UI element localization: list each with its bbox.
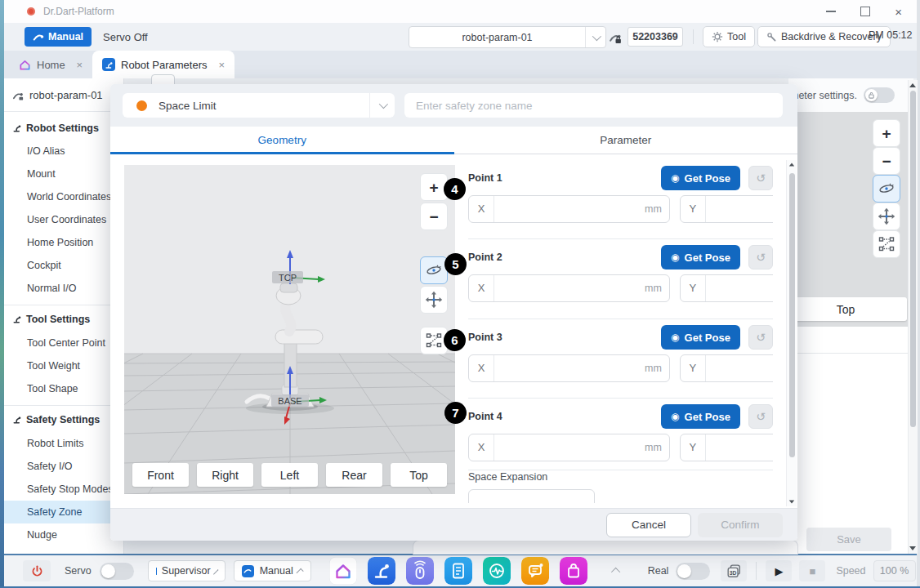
sidebar-item-tool-weight[interactable]: Tool Weight	[4, 354, 123, 377]
orbit-icon	[878, 180, 895, 198]
sidebar-item-cockpit[interactable]: Cockpit	[4, 254, 123, 277]
view-rear-button[interactable]: Rear	[326, 463, 382, 487]
zone-type-select[interactable]: Space Limit	[123, 93, 395, 118]
point-2-reset-button[interactable]: ↺	[748, 245, 773, 270]
close-button[interactable]: ×	[895, 6, 902, 18]
scroll-up-icon[interactable]	[789, 163, 794, 167]
sidebar-item-tool-shape[interactable]: Tool Shape	[4, 377, 123, 400]
point-3-x-input[interactable]	[494, 363, 645, 375]
real-mode-toggle[interactable]	[676, 563, 710, 580]
sidebar-item-world-coordinates[interactable]: World Coordinates	[4, 185, 123, 208]
point-2-get-pose-button[interactable]: ◉Get Pose	[661, 245, 740, 270]
close-icon[interactable]: ×	[76, 59, 83, 71]
dock-expand-icon[interactable]	[611, 568, 620, 577]
point-1-reset-button[interactable]: ↺	[748, 166, 773, 190]
servo-toggle[interactable]	[100, 563, 134, 580]
tab-parameter[interactable]: Parameter	[454, 127, 798, 154]
sidebar-item-safety-io[interactable]: Safety I/O	[4, 455, 123, 478]
tool-button[interactable]: Tool	[703, 26, 755, 47]
dock-monitoring-icon[interactable]	[483, 557, 511, 585]
zoom-out-button[interactable]: −	[420, 203, 448, 230]
point-4-y-input[interactable]	[706, 442, 773, 454]
points-scrollbar[interactable]	[786, 160, 797, 506]
point-1-x-input[interactable]	[494, 203, 645, 216]
view-right-button[interactable]: Right	[197, 463, 253, 487]
point-1-block: Point 1 ◉Get Pose ↺ Xmm Ymm Zmm	[468, 165, 773, 223]
tab-geometry[interactable]: Geometry	[110, 127, 454, 154]
zoom-out-button[interactable]: −	[873, 147, 900, 175]
scroll-down-icon[interactable]	[909, 546, 916, 550]
sidebar-item-user-coordinates[interactable]: User Coordinates	[4, 208, 123, 231]
point-1-get-pose-button[interactable]: ◉Get Pose	[661, 166, 740, 190]
play-button[interactable]: ▶	[766, 560, 792, 581]
zoom-in-button[interactable]: +	[873, 119, 900, 147]
sidebar-item-tool-center-point[interactable]: Tool Center Point	[4, 332, 123, 354]
rotate-view-button[interactable]	[420, 256, 448, 284]
point-1-y-input[interactable]	[706, 203, 773, 216]
minimize-button[interactable]	[826, 11, 836, 12]
3d-view-button[interactable]: 3D	[721, 560, 747, 581]
space-expansion-input[interactable]	[468, 489, 595, 503]
point-3-y-input[interactable]	[706, 363, 773, 375]
manual-mode-button[interactable]: Manual	[25, 27, 92, 47]
view-left-button[interactable]: Left	[261, 463, 318, 487]
pan-view-button[interactable]	[873, 203, 900, 230]
dock-task-icon[interactable]	[444, 557, 472, 585]
dock-log-icon[interactable]	[521, 557, 549, 585]
home-icon	[19, 59, 31, 71]
sidebar-item-normal-io[interactable]: Normal I/O	[4, 277, 123, 300]
sidebar-section-tool-settings: Tool Settings	[4, 305, 123, 332]
speed-value[interactable]: 100 %	[873, 560, 916, 581]
pan-view-button[interactable]	[420, 286, 448, 314]
sidebar-item-io-alias[interactable]: I/O Alias	[4, 140, 123, 163]
scroll-down-icon[interactable]	[789, 501, 794, 504]
mode-select[interactable]: Manual	[234, 560, 311, 581]
scrollbar-thumb[interactable]	[789, 173, 795, 457]
background-view-top-button[interactable]: Top	[784, 297, 907, 321]
point-3-reset-button[interactable]: ↺	[748, 325, 773, 350]
sidebar-param-header: robot-param-01	[4, 78, 123, 112]
sidebar-item-safety-stop-modes[interactable]: Safety Stop Modes	[4, 478, 123, 501]
sidebar-item-nudge[interactable]: Nudge	[4, 523, 123, 546]
cancel-button[interactable]: Cancel	[606, 513, 691, 537]
page-scrollbar[interactable]	[908, 80, 918, 554]
sidebar-item-home-position[interactable]: Home Position	[4, 231, 123, 254]
scroll-up-icon[interactable]	[909, 83, 916, 87]
tab-home[interactable]: Home ×	[9, 51, 92, 78]
sidebar-item-mount[interactable]: Mount	[4, 163, 123, 185]
power-icon	[30, 564, 44, 578]
sidebar-item-safety-zone[interactable]: Safety Zone	[4, 501, 123, 523]
point-2-y-input[interactable]	[706, 283, 773, 295]
dock-robot-params-icon[interactable]	[368, 557, 395, 585]
view-top-button[interactable]: Top	[391, 463, 447, 487]
save-button[interactable]: Save	[806, 528, 891, 551]
dock-home-icon[interactable]	[329, 557, 357, 585]
sidebar-item-robot-limits[interactable]: Robot Limits	[4, 432, 123, 455]
rotate-view-button[interactable]	[873, 175, 900, 203]
point-4-reset-button[interactable]: ↺	[748, 404, 773, 429]
maximize-button[interactable]	[860, 7, 870, 16]
safety-zone-name-input[interactable]	[404, 93, 783, 118]
point-4-x-input[interactable]	[494, 442, 645, 454]
robot-param-select[interactable]: robot-param-01	[409, 26, 606, 48]
point-2-x-input[interactable]	[494, 283, 645, 295]
settings-text-partial: meter settings.	[790, 90, 857, 101]
scrollbar-thumb[interactable]	[910, 91, 916, 427]
view-front-button[interactable]: Front	[132, 463, 189, 487]
sidebar: robot-param-01 Robot Settings I/O Alias …	[4, 78, 124, 554]
point-4-get-pose-button[interactable]: ◉Get Pose	[661, 404, 740, 429]
window-title: Dr.Dart-Platform	[43, 6, 114, 17]
servo-power-button[interactable]	[23, 560, 51, 581]
app-dock	[329, 557, 587, 585]
real-mode-label: Real	[648, 565, 669, 577]
measure-icon	[878, 236, 895, 252]
close-icon[interactable]: ×	[218, 59, 225, 71]
dock-store-icon[interactable]	[560, 557, 587, 585]
dock-jog-icon[interactable]	[406, 557, 434, 585]
modal-3d-viewport[interactable]: TCP BASE + −	[124, 165, 455, 494]
top-toolbar: Manual Servo Off robot-param-01 52203369…	[4, 23, 917, 51]
settings-lock-toggle[interactable]	[864, 87, 895, 103]
role-select[interactable]: Supervisor	[148, 560, 226, 581]
measure-points-button[interactable]	[873, 230, 900, 258]
point-3-get-pose-button[interactable]: ◉Get Pose	[661, 325, 740, 350]
